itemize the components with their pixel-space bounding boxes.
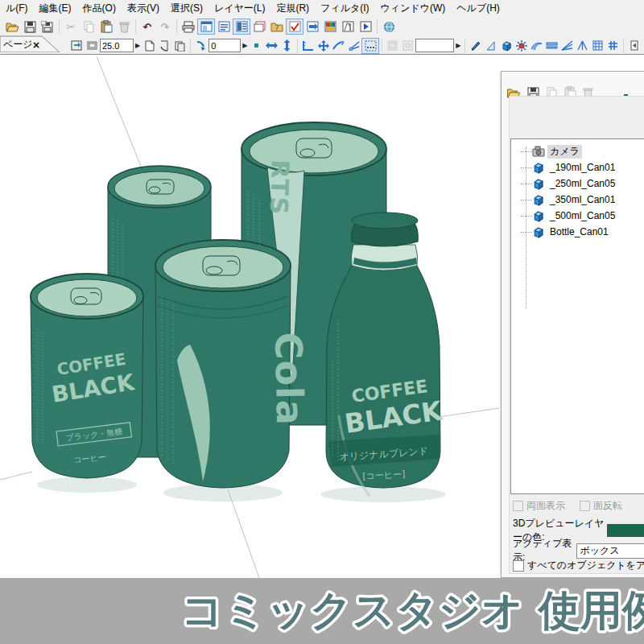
tree-item-190ml[interactable]: _190ml_Can01 <box>511 159 644 175</box>
dot-icon[interactable] <box>249 39 264 53</box>
zoom-spinner-icon[interactable]: ▶ <box>135 42 140 49</box>
separator <box>464 39 465 53</box>
open-folder-icon[interactable] <box>3 19 21 35</box>
all-objects-checkbox[interactable] <box>513 560 524 572</box>
french-curve-icon[interactable] <box>529 39 544 53</box>
layer-color-swatch[interactable] <box>607 524 644 537</box>
svg-text:?: ? <box>275 24 279 32</box>
menu-edit[interactable]: 編集(E) <box>34 0 77 17</box>
can-350ml-cola[interactable]: Cola <box>155 240 312 502</box>
prev-page-icon[interactable] <box>385 39 400 53</box>
menu-help[interactable]: ヘルプ(H) <box>451 0 506 17</box>
main-toolbar: ✂ ↶ ↷ ? <box>0 16 644 37</box>
undo-icon[interactable]: ↶ <box>138 19 156 35</box>
separator <box>377 19 378 34</box>
cube-icon <box>532 226 545 237</box>
tree-item-350ml[interactable]: _350ml_Can01 <box>511 192 644 208</box>
material-folder-icon[interactable]: ? <box>268 19 286 35</box>
tree-item-500ml[interactable]: _500ml_Can05 <box>511 208 644 224</box>
toggle-text-panel-icon[interactable] <box>215 19 233 35</box>
parallel-ruler-icon[interactable] <box>544 39 559 53</box>
grid-line <box>97 56 143 172</box>
rotate-view-icon[interactable] <box>193 39 208 53</box>
toggle-transfer-panel-icon[interactable] <box>303 19 321 35</box>
separator <box>297 39 298 53</box>
page-list-spinner-icon[interactable]: ▶ <box>456 42 460 49</box>
menu-work[interactable]: 作品(O) <box>77 0 122 17</box>
toggle-check-panel-icon[interactable] <box>286 19 303 35</box>
menu-ruler[interactable]: 定規(R) <box>270 0 315 17</box>
page-turn-icon[interactable] <box>157 39 172 53</box>
toggle-page-panel-icon[interactable] <box>197 19 215 35</box>
rotate-spinner-icon[interactable]: ▶ <box>242 42 247 49</box>
active-display-select[interactable]: ボックス <box>576 543 644 559</box>
web-icon[interactable] <box>380 19 398 35</box>
both-sides-checkbox[interactable] <box>513 501 523 511</box>
set-square-icon[interactable] <box>483 39 498 53</box>
flip-horizontal-icon[interactable] <box>264 39 279 53</box>
svg-text:[コーヒー]: [コーヒー] <box>362 469 406 482</box>
print-icon[interactable] <box>180 19 197 35</box>
gear-burst-icon[interactable] <box>514 39 529 53</box>
zoom-input[interactable]: 25.0 <box>100 39 134 52</box>
can-190ml-coffee[interactable]: COFFEE BLACK ブラック・無糖 コーヒー <box>31 274 143 493</box>
fit-view-icon[interactable] <box>69 39 85 53</box>
panel-body: カメラ _190ml_Can01 _250ml_Can05 _350ml_Can… <box>509 96 644 574</box>
new-page-icon[interactable] <box>142 39 157 53</box>
svg-text:ページ: ページ <box>3 39 33 50</box>
menu-select[interactable]: 選択(S) <box>165 0 208 17</box>
toggle-tools-panel-icon[interactable] <box>339 19 357 35</box>
panel-edge-icon[interactable] <box>626 39 642 53</box>
camera-icon <box>532 146 545 157</box>
radial-ruler-icon[interactable] <box>559 39 575 53</box>
menu-window[interactable]: ウィンドウ(W) <box>375 0 452 17</box>
menu-layer[interactable]: レイヤー(L) <box>208 0 271 17</box>
thumbnail-icon[interactable] <box>85 39 100 53</box>
menu-view[interactable]: 表示(V) <box>122 0 165 17</box>
flip-vertical-icon[interactable] <box>279 39 295 53</box>
paste-icon[interactable] <box>97 19 115 35</box>
flip-faces-checkbox[interactable] <box>580 501 590 511</box>
grid-small-icon[interactable] <box>590 39 605 53</box>
menu-bar: ル(F) 編集(E) 作品(O) 表示(V) 選択(S) レイヤー(L) 定規(… <box>0 0 644 16</box>
all-objects-row: すべてのオブジェクトをアクテ <box>513 559 644 572</box>
move-arrows-icon[interactable] <box>316 39 331 53</box>
menu-filter[interactable]: フィルタ(I) <box>315 0 374 17</box>
page-list-dropdown[interactable] <box>415 39 454 52</box>
toggle-action-panel-icon[interactable] <box>357 19 374 35</box>
page-stack-icon[interactable] <box>172 39 188 53</box>
rotate-input[interactable]: 0 <box>208 39 241 52</box>
toggle-window-panel-icon[interactable] <box>250 19 268 35</box>
grid-select-icon[interactable] <box>361 38 379 54</box>
pen-icon[interactable] <box>468 39 483 53</box>
grid-line <box>0 472 32 480</box>
toggle-layers-panel-icon[interactable] <box>233 19 250 35</box>
tree-item-camera[interactable]: カメラ <box>511 143 644 159</box>
object-tree[interactable]: カメラ _190ml_Can01 _250ml_Can05 _350ml_Can… <box>510 138 644 494</box>
page-tab[interactable]: ページ × <box>0 35 64 56</box>
cut-icon[interactable]: ✂ <box>62 19 80 35</box>
symmetry-ruler-icon[interactable] <box>575 39 590 53</box>
snap-ruler-icon[interactable] <box>331 39 346 53</box>
svg-text:RTS: RTS <box>265 159 295 217</box>
separator <box>623 39 624 53</box>
cube-3d-icon[interactable] <box>498 39 514 53</box>
tree-item-250ml[interactable]: _250ml_Can05 <box>511 175 644 192</box>
next-page-icon[interactable] <box>400 39 415 53</box>
banner-text: コミックスタジオ 使用例 <box>181 586 644 634</box>
menu-file[interactable]: ル(F) <box>0 0 34 17</box>
save-icon[interactable] <box>21 19 39 35</box>
grid-large-icon[interactable] <box>605 39 621 53</box>
save-copy-icon[interactable] <box>39 19 56 35</box>
display-options-row: 両面表示 面反転 <box>513 499 622 513</box>
separator <box>59 19 60 34</box>
toggle-palette-panel-icon[interactable] <box>321 19 339 35</box>
separator <box>176 19 177 34</box>
snap-angle-icon[interactable] <box>346 39 361 53</box>
copy-icon[interactable] <box>80 19 97 35</box>
caption-banner: コミックスタジオ 使用例 <box>0 578 644 644</box>
tree-item-bottle[interactable]: Bottle_Can01 <box>511 224 644 240</box>
ruler-corner-icon[interactable] <box>300 39 316 53</box>
redo-icon[interactable]: ↷ <box>156 19 174 35</box>
delete-icon[interactable] <box>115 19 133 35</box>
